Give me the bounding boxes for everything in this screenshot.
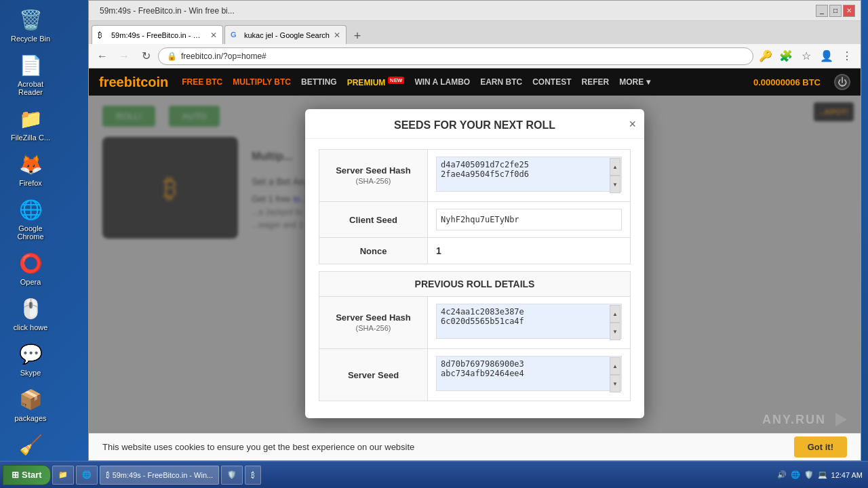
freebitco-tab-close[interactable]: ✕ — [210, 30, 217, 40]
server-seed-hash-input[interactable]: d4a7405091d7c2fe25 2fae4a9504f5c7f0d6 — [436, 157, 622, 192]
scroll-up-arrow[interactable]: ▲ — [610, 158, 620, 176]
got-it-button[interactable]: Got it! — [794, 436, 847, 458]
bookmark-icon[interactable]: ☆ — [797, 47, 816, 66]
desktop-icon-opera[interactable]: ⭕ Opera — [3, 247, 58, 289]
prev-server-seed-input[interactable]: 8d70b7697986900e3 abc734afb92464ee4 — [436, 356, 622, 391]
site-header: freebitcoin FREE BTC MULTIPLY BTC BETTIN… — [89, 68, 861, 96]
browser-title: 59m:49s - FreeBitco.in - Win free bi... — [94, 6, 816, 16]
account-icon[interactable]: 👤 — [817, 47, 836, 66]
prev-scroll-up-arrow[interactable]: ▲ — [610, 305, 620, 323]
client-seed-row: Client Seed — [319, 202, 631, 238]
close-button[interactable]: ✕ — [843, 5, 855, 17]
address-bar[interactable]: 🔒 freebitco.in/?op=home# — [158, 47, 753, 65]
desktop-icon-recycle-bin[interactable]: 🗑️ Recycle Bin — [3, 3, 58, 45]
taskbar-browser-item[interactable]: ₿ 59m:49s - FreeBitco.in - Win... — [100, 466, 220, 485]
nav-contest[interactable]: CONTEST — [532, 77, 571, 87]
prev-scroll-down-arrow[interactable]: ▼ — [610, 323, 620, 340]
google-tab-close[interactable]: ✕ — [334, 30, 340, 40]
taskbar-browser-title: 59m:49s - FreeBitco.in - Win... — [113, 471, 214, 479]
premium-new-badge: NEW — [388, 77, 405, 84]
nav-win-lambo[interactable]: WIN A LAMBO — [414, 77, 470, 87]
maximize-button[interactable]: □ — [829, 5, 842, 17]
nav-premium[interactable]: PREMIUM NEW — [347, 77, 405, 87]
nav-betting[interactable]: BETTING — [301, 77, 337, 87]
prev-server-seed-hash-input[interactable]: 4c24aa1c2083e387e 6c020d5565b51ca4f — [436, 304, 622, 339]
menu-icon[interactable]: ⋮ — [837, 47, 856, 66]
opera-icon: ⭕ — [17, 249, 44, 277]
nav-free-btc[interactable]: FREE BTC — [182, 77, 222, 87]
taskbar-shield-icon[interactable]: 🛡️ — [221, 466, 243, 485]
desktop-icon-area: 🗑️ Recycle Bin 📄 Acrobat Reader 📁 FileZi… — [0, 0, 81, 488]
client-seed-input[interactable] — [436, 209, 622, 230]
ccleaner-icon: 🧹 — [17, 431, 44, 458]
new-tab-button[interactable]: + — [348, 28, 367, 44]
logo-bitcoin: bitcoin — [124, 75, 169, 89]
taskbar: ⊞ Start 📁 🌐 ₿ 59m:49s - FreeBitco.in - W… — [0, 461, 868, 488]
modal-close-button[interactable]: × — [629, 117, 636, 131]
seed-scroll-arrows: ▲ ▼ — [610, 158, 620, 193]
previous-roll-table: Server Seed Hash (SHA-256) 4c24aa1c2083e… — [319, 296, 631, 401]
tray-monitor-icon: 💻 — [818, 470, 827, 479]
previous-roll-section-title: PREVIOUS ROLL DETAILS — [319, 271, 631, 296]
svg-marker-0 — [835, 413, 847, 426]
taskbar-clock: 12:47 AM — [831, 471, 863, 479]
acrobat-label: Acrobat Reader — [6, 80, 55, 96]
taskbar-browser-favicon: ₿ — [106, 471, 110, 479]
scroll-down-arrow[interactable]: ▼ — [610, 176, 620, 193]
taskbar-bitcoin-icon[interactable]: ₿ — [245, 466, 261, 485]
client-seed-label-cell: Client Seed — [319, 202, 428, 238]
google-tab-title: kukac jel - Google Search — [244, 31, 330, 39]
nav-multiply-btc[interactable]: MULTIPLY BTC — [233, 77, 291, 87]
desktop-icon-chrome[interactable]: 🌐 Google Chrome — [3, 193, 58, 243]
extensions-icon[interactable]: 🧩 — [776, 47, 795, 66]
reload-button[interactable]: ↻ — [136, 47, 155, 66]
start-button[interactable]: ⊞ Start — [3, 465, 51, 485]
prev-server-seed-row: Server Seed 8d70b7697986900e3 abc734afb9… — [319, 349, 631, 401]
nav-earn-btc[interactable]: EARN BTC — [480, 77, 522, 87]
btc-balance: 0.00000006 BTC — [753, 77, 821, 87]
desktop-icon-firefox[interactable]: 🦊 Firefox — [3, 148, 58, 190]
freebitco-favicon: ₿ — [98, 30, 107, 40]
desktop-icon-skype[interactable]: 💬 Skype — [3, 338, 58, 380]
prev-server-seed-label-cell: Server Seed Hash (SHA-256) — [319, 297, 428, 349]
tab-google-search[interactable]: G kukac jel - Google Search ✕ — [224, 25, 347, 44]
key-icon[interactable]: 🔑 — [756, 47, 775, 66]
prev-server-down-arrow[interactable]: ▼ — [610, 375, 620, 392]
freebitco-tab-title: 59m:49s - FreeBitco.in - Win free bi... — [111, 31, 206, 39]
anyrun-text: ANY.RUN — [762, 413, 826, 427]
nav-refer[interactable]: REFER — [582, 77, 610, 87]
cookie-bar: This website uses cookies to ensure you … — [89, 433, 861, 460]
skype-icon: 💬 — [17, 340, 44, 367]
minimize-button[interactable]: _ — [816, 5, 828, 17]
client-seed-label: Client Seed — [349, 215, 397, 225]
desktop-icon-clickhowe[interactable]: 🖱️ click howe — [3, 292, 58, 334]
firefox-label: Firefox — [19, 179, 42, 187]
tab-freebitco[interactable]: ₿ 59m:49s - FreeBitco.in - Win free bi..… — [92, 25, 223, 44]
prev-server-seed-hash-label: Server Seed Hash — [336, 312, 411, 323]
url-text: freebitco.in/?op=home# — [181, 52, 267, 61]
prev-server-seed-scroll: ▲ ▼ — [610, 357, 620, 392]
nonce-label: Nonce — [360, 246, 387, 256]
desktop-icon-packages[interactable]: 📦 packages — [3, 383, 58, 425]
browser-window: 59m:49s - FreeBitco.in - Win free bi... … — [88, 0, 861, 461]
firefox-icon: 🦊 — [17, 150, 44, 178]
packages-label: packages — [14, 414, 46, 422]
modal-body: Server Seed Hash (SHA-256) d4a7405091d7c… — [305, 139, 644, 418]
taskbar-ie-icon[interactable]: 🌐 — [76, 466, 98, 485]
taskbar-folder-icon[interactable]: 📁 — [52, 466, 74, 485]
lock-icon: 🔒 — [167, 52, 177, 61]
opera-label: Opera — [20, 278, 41, 286]
nav-more[interactable]: MORE ▾ — [619, 77, 650, 87]
logo-free: free — [99, 75, 124, 89]
desktop-icon-filezilla[interactable]: 📁 FileZilla C... — [3, 102, 58, 144]
power-button[interactable]: ⏻ — [834, 74, 850, 90]
desktop-icon-acrobat[interactable]: 📄 Acrobat Reader — [3, 49, 58, 99]
prev-server-up-arrow[interactable]: ▲ — [610, 357, 620, 375]
filezilla-label: FileZilla C... — [11, 134, 50, 142]
forward-button[interactable]: → — [115, 47, 134, 66]
site-logo: freebitcoin — [99, 75, 168, 90]
server-seed-hash-row: Server Seed Hash (SHA-256) d4a7405091d7c… — [319, 150, 631, 202]
back-button[interactable]: ← — [93, 47, 112, 66]
prev-server-seed-value-cell: 8d70b7697986900e3 abc734afb92464ee4 ▲ ▼ — [428, 349, 631, 401]
recycle-bin-icon: 🗑️ — [17, 6, 44, 33]
